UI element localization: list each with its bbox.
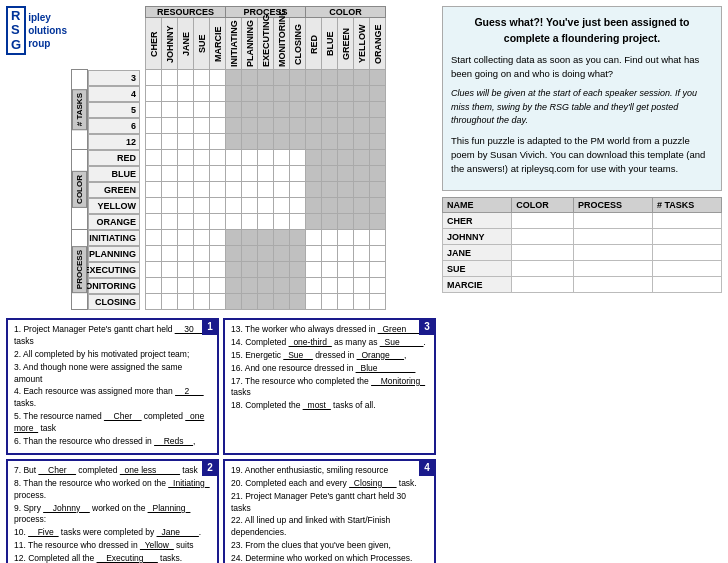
- logo-word-2: olutions: [28, 24, 67, 37]
- table-row: Monitoring: [72, 278, 386, 294]
- color-side-label: Color: [72, 171, 87, 208]
- clue-item: 6. Than the resource who dressed in __Re…: [14, 436, 211, 448]
- col-red: Red: [306, 18, 322, 70]
- clue-item: 15. Energetic _Sue__ dressed in _Orange_…: [231, 350, 428, 362]
- clue-item: 23. From the clues that you've been give…: [231, 540, 428, 552]
- table-row: 5: [72, 102, 386, 118]
- summary-color-johnny[interactable]: [512, 229, 574, 245]
- resources-header: Resources: [146, 7, 226, 18]
- summary-name-cher: Cher: [443, 213, 512, 229]
- table-row: # Tasks 3: [72, 70, 386, 86]
- logo-g: G: [11, 38, 21, 52]
- table-row: Blue: [72, 166, 386, 182]
- info-para3: This fun puzzle is adapted to the PM wor…: [451, 134, 713, 177]
- summary-process-sue[interactable]: [574, 261, 653, 277]
- summary-tasks-marcie[interactable]: [652, 277, 721, 293]
- clue-item: 5. The resource named __Cher__ completed…: [14, 411, 211, 435]
- summary-col-tasks: # Tasks: [652, 198, 721, 213]
- table-row: 4: [72, 86, 386, 102]
- summary-name-jane: Jane: [443, 245, 512, 261]
- summary-process-marcie[interactable]: [574, 277, 653, 293]
- clue-item: 1. Project Manager Pete's gantt chart he…: [14, 324, 211, 348]
- clue-box-4: 4 19. Another enthusiastic, smiling reso…: [223, 459, 436, 563]
- row-red: Red: [88, 150, 140, 166]
- info-box: Guess what?! You've just been assigned t…: [442, 6, 722, 191]
- summary-color-jane[interactable]: [512, 245, 574, 261]
- logo-words: ipley olutions roup: [28, 11, 67, 50]
- clue-item: 11. The resource who dressed in _Yellow_…: [14, 540, 211, 552]
- puzzle-grid: Resources Process Color Cher Johnny Jane…: [71, 6, 386, 310]
- table-row: Planning: [72, 246, 386, 262]
- summary-table: Name Color Process # Tasks Cher Johnny: [442, 197, 722, 293]
- clue-item: 17. The resource who completed the __Mon…: [231, 376, 428, 400]
- logo-word-1: ipley: [28, 11, 67, 24]
- clue-box-1: 1 1. Project Manager Pete's gantt chart …: [6, 318, 219, 455]
- table-row: Process Initiating: [72, 230, 386, 246]
- col-green: Green: [338, 18, 354, 70]
- col-sue: Sue: [194, 18, 210, 70]
- summary-tasks-johnny[interactable]: [652, 229, 721, 245]
- summary-col-color: Color: [512, 198, 574, 213]
- summary-tasks-sue[interactable]: [652, 261, 721, 277]
- col-cher: Cher: [146, 18, 162, 70]
- tasks-side-label: # Tasks: [72, 89, 87, 130]
- summary-row-jane: Jane: [443, 245, 722, 261]
- summary-col-name: Name: [443, 198, 512, 213]
- clue-box-2: 2 7. But __Cher__ completed _one less___…: [6, 459, 219, 563]
- summary-tasks-jane[interactable]: [652, 245, 721, 261]
- summary-row-johnny: Johnny: [443, 229, 722, 245]
- clue-item: 14. Completed _one-third_ as many as _Su…: [231, 337, 428, 349]
- row-executing: Executing: [88, 262, 140, 278]
- logo-r: R: [11, 9, 21, 23]
- row-initiating: Initiating: [88, 230, 140, 246]
- logo-s: S: [11, 23, 21, 37]
- table-row: Executing: [72, 262, 386, 278]
- clue-box-3: 3 13. The worker who always dressed in _…: [223, 318, 436, 455]
- clue-number-3: 3: [419, 319, 435, 335]
- summary-row-cher: Cher: [443, 213, 722, 229]
- right-panel: Guess what?! You've just been assigned t…: [442, 6, 722, 557]
- summary-color-sue[interactable]: [512, 261, 574, 277]
- clue-item: 21. Project Manager Pete's gantt chart h…: [231, 491, 428, 515]
- clue-item: 13. The worker who always dressed in _Gr…: [231, 324, 428, 336]
- table-row: Color Red: [72, 150, 386, 166]
- col-johnny: Johnny: [162, 18, 178, 70]
- row-yellow: Yellow: [88, 198, 140, 214]
- row-6: 6: [88, 118, 140, 134]
- clue-item: 19. Another enthusiastic, smiling resour…: [231, 465, 428, 477]
- clue-item: 18. Completed the _most_ tasks of all.: [231, 400, 428, 412]
- clue-sections: 1 1. Project Manager Pete's gantt chart …: [6, 318, 436, 563]
- summary-process-jane[interactable]: [574, 245, 653, 261]
- row-4: 4: [88, 86, 140, 102]
- col-yellow: Yellow: [354, 18, 370, 70]
- summary-row-sue: Sue: [443, 261, 722, 277]
- summary-tasks-cher[interactable]: [652, 213, 721, 229]
- summary-row-marcie: Marcie: [443, 277, 722, 293]
- summary-name-sue: Sue: [443, 261, 512, 277]
- clue-item: 24. Determine who worked on which Proces…: [231, 553, 428, 563]
- row-orange: Orange: [88, 214, 140, 230]
- logo: R S G ipley olutions roup: [6, 6, 67, 55]
- main-container: R S G ipley olutions roup: [0, 0, 728, 563]
- info-para1: Start collecting data as soon as you can…: [451, 53, 713, 82]
- clue-item: 20. Completed each and every _Closing___…: [231, 478, 428, 490]
- summary-color-marcie[interactable]: [512, 277, 574, 293]
- row-12: 12: [88, 134, 140, 150]
- clue-item: 4. Each resource was assigned more than …: [14, 386, 211, 410]
- process-side-label: Process: [72, 246, 87, 293]
- summary-color-cher[interactable]: [512, 213, 574, 229]
- col-planning: Planning: [242, 18, 258, 70]
- clue-item: 10. __Five_ tasks were completed by _Jan…: [14, 527, 211, 539]
- table-row: Orange: [72, 214, 386, 230]
- summary-col-process: Process: [574, 198, 653, 213]
- summary-process-johnny[interactable]: [574, 229, 653, 245]
- col-blue: Blue: [322, 18, 338, 70]
- col-jane: Jane: [178, 18, 194, 70]
- col-marcie: Marcie: [210, 18, 226, 70]
- col-orange: Orange: [370, 18, 386, 70]
- logo-word-3: roup: [28, 37, 67, 50]
- clue-number-2: 2: [202, 460, 218, 476]
- table-row: Green: [72, 182, 386, 198]
- col-monitoring: Monitoring: [274, 18, 290, 70]
- summary-process-cher[interactable]: [574, 213, 653, 229]
